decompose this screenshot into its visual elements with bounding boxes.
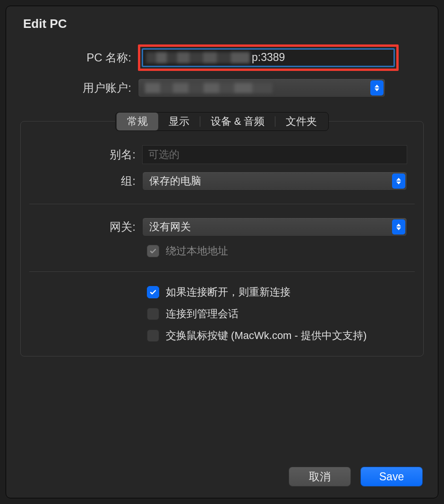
gateway-row: 网关: 没有网关 <box>29 217 407 236</box>
admin-session-label: 连接到管理会话 <box>166 307 239 321</box>
admin-session-row: 连接到管理会话 <box>147 307 407 321</box>
chevron-up-down-icon <box>392 219 405 235</box>
dialog-title: Edit PC <box>23 17 424 31</box>
pc-name-input-wrap: p:3389 <box>142 48 395 67</box>
connection-fields: PC 名称: p:3389 用户账户: <box>20 44 424 97</box>
save-button[interactable]: Save <box>360 467 423 487</box>
group-select[interactable]: 保存的电脑 <box>142 172 407 191</box>
group-select-value: 保存的电脑 <box>149 174 201 188</box>
cancel-button[interactable]: 取消 <box>289 467 351 487</box>
pc-name-label: PC 名称: <box>20 50 131 65</box>
alias-input[interactable] <box>142 145 407 164</box>
bypass-local-row: 绕过本地地址 <box>147 244 407 258</box>
swap-mouse-row: 交换鼠标按键 (MacWk.com - 提供中文支持) <box>147 329 407 343</box>
censored-content <box>145 83 273 93</box>
edit-pc-dialog: Edit PC PC 名称: p:3389 用户账户: 常规 显示 <box>6 6 438 498</box>
swap-mouse-checkbox[interactable] <box>147 330 159 342</box>
dialog-footer: 取消 Save <box>289 467 423 487</box>
chevron-up-down-icon <box>370 80 384 96</box>
check-icon <box>149 247 157 255</box>
group-label: 组: <box>29 174 136 189</box>
user-account-label: 用户账户: <box>20 80 131 96</box>
tab-general[interactable]: 常规 <box>117 113 158 130</box>
tab-bar: 常规 显示 设备 & 音频 文件夹 <box>115 112 329 131</box>
group-row: 组: 保存的电脑 <box>29 172 407 191</box>
chevron-up-down-icon <box>392 174 405 189</box>
tab-devices-audio[interactable]: 设备 & 音频 <box>200 113 275 130</box>
gateway-label: 网关: <box>29 219 136 235</box>
alias-group-section: 别名: 组: 保存的电脑 <box>29 145 415 204</box>
reconnect-checkbox[interactable] <box>147 286 159 298</box>
options-section: 如果连接断开，则重新连接 连接到管理会话 交换鼠标按键 (MacWk.com -… <box>29 271 415 348</box>
tab-display[interactable]: 显示 <box>158 113 200 130</box>
reconnect-label: 如果连接断开，则重新连接 <box>166 285 290 299</box>
check-icon <box>149 288 157 296</box>
gateway-section: 网关: 没有网关 绕过本地地址 <box>29 204 415 271</box>
user-account-row: 用户账户: <box>20 78 424 97</box>
pc-name-row: PC 名称: p:3389 <box>20 44 424 71</box>
reconnect-row: 如果连接断开，则重新连接 <box>147 285 407 299</box>
settings-pane: 常规 显示 设备 & 音频 文件夹 别名: 组: 保存的电脑 网关: <box>20 121 424 356</box>
admin-session-checkbox[interactable] <box>147 308 159 320</box>
gateway-select-value: 没有网关 <box>149 220 191 234</box>
alias-label: 别名: <box>29 147 136 162</box>
bypass-local-checkbox[interactable] <box>147 245 159 257</box>
tab-folders[interactable]: 文件夹 <box>275 113 327 130</box>
pc-name-input[interactable] <box>142 48 395 67</box>
gateway-select[interactable]: 没有网关 <box>142 217 407 236</box>
bypass-local-label: 绕过本地地址 <box>166 244 228 258</box>
alias-row: 别名: <box>29 145 407 164</box>
user-account-select[interactable] <box>138 78 385 97</box>
swap-mouse-label: 交换鼠标按键 (MacWk.com - 提供中文支持) <box>166 329 367 343</box>
pc-name-highlight: p:3389 <box>138 44 399 71</box>
